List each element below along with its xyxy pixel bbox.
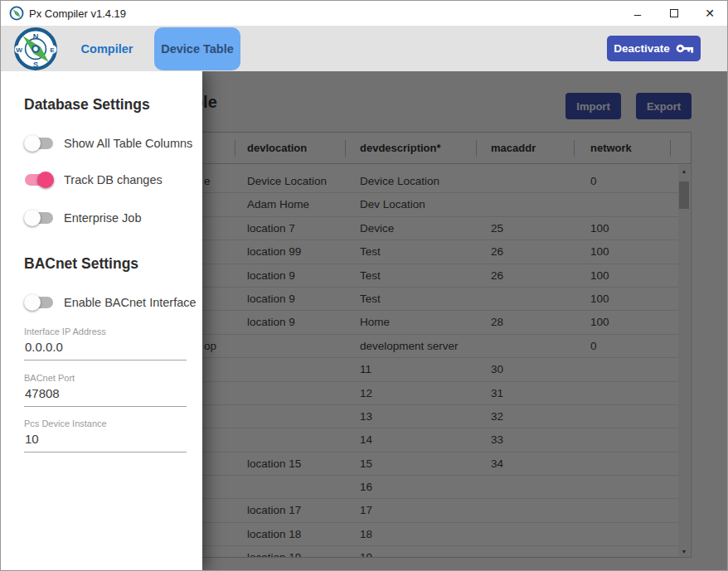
compass-logo: N S E W <box>13 27 58 71</box>
app-compass-icon <box>9 6 24 21</box>
field-pcs-device-instance: Pcs Device Instance <box>24 419 187 452</box>
field-bacnet-port: BACnet Port <box>24 373 187 407</box>
window-title: Px Compiler v1.4.19 <box>29 7 126 20</box>
database-settings-heading: Database Settings <box>24 96 150 114</box>
toggle-label: Track DB changes <box>64 173 163 186</box>
bacnet-port-input[interactable] <box>24 386 187 407</box>
tab-device-table[interactable]: Device Table <box>154 27 240 70</box>
toggle-row-show-all-columns[interactable]: Show All Table Columns <box>24 134 192 152</box>
toggle-row-track-db-changes[interactable]: Track DB changes <box>24 171 163 189</box>
pcs-device-instance-input[interactable] <box>24 432 187 452</box>
svg-text:W: W <box>16 46 22 54</box>
toggle-label: Show All Table Columns <box>64 137 192 150</box>
deactivate-label: Deactivate <box>614 42 670 55</box>
toggle-label: Enterprise Job <box>64 211 142 225</box>
key-icon <box>676 43 694 54</box>
interface-ip-input[interactable] <box>24 340 187 361</box>
toggle-row-enable-bacnet[interactable]: Enable BACnet Interface <box>24 293 197 312</box>
svg-text:N: N <box>33 32 39 41</box>
maximize-icon <box>670 9 678 17</box>
deactivate-button[interactable]: Deactivate <box>607 36 701 61</box>
show-all-columns-switch[interactable] <box>24 135 54 152</box>
toggle-label: Enable BACnet Interface <box>64 296 197 309</box>
field-label: Pcs Device Instance <box>24 419 187 428</box>
bacnet-settings-heading: BACnet Settings <box>24 255 138 273</box>
svg-text:S: S <box>33 60 38 69</box>
enterprise-job-switch[interactable] <box>24 210 54 226</box>
settings-drawer: Database Settings Show All Table Columns… <box>1 71 202 571</box>
app-window: Px Compiler v1.4.19 – ✕ N S E W Compiler… <box>0 0 728 571</box>
maximize-button[interactable] <box>660 1 688 26</box>
close-button[interactable]: ✕ <box>696 1 724 26</box>
track-db-changes-switch[interactable] <box>24 172 54 188</box>
enable-bacnet-switch[interactable] <box>24 294 54 311</box>
titlebar: Px Compiler v1.4.19 – ✕ <box>1 1 727 26</box>
field-label: BACnet Port <box>24 373 187 383</box>
field-label: Interface IP Address <box>24 327 187 336</box>
svg-text:E: E <box>50 46 55 54</box>
toggle-row-enterprise-job[interactable]: Enterprise Job <box>24 209 142 227</box>
tab-compiler[interactable]: Compiler <box>80 26 134 71</box>
field-interface-ip: Interface IP Address <box>24 327 187 361</box>
appbar: N S E W Compiler Device Table Deactivate <box>1 26 727 71</box>
minimize-button[interactable]: – <box>624 1 652 26</box>
